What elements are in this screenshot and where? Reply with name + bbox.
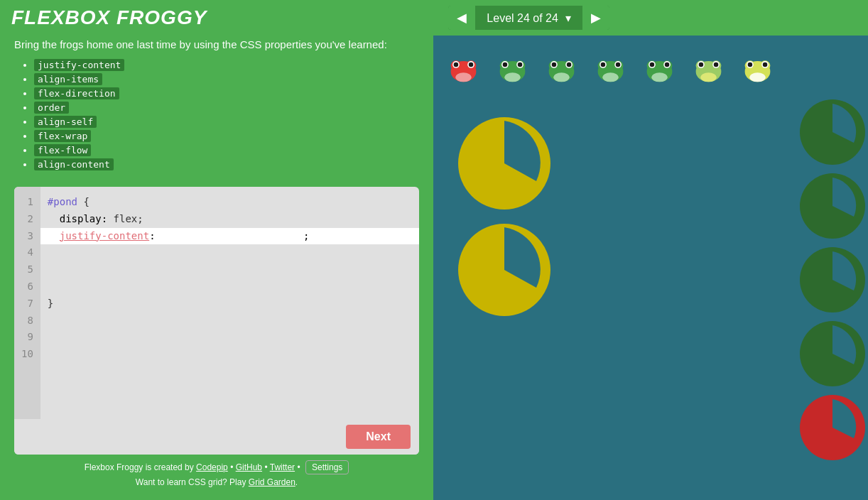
code-line-6 <box>48 278 412 295</box>
code-editor: 12345 678910 #pond { display: flex; ju <box>14 187 419 455</box>
property-label: align-items <box>34 73 102 85</box>
svg-point-7 <box>455 72 472 82</box>
svg-point-46 <box>714 62 719 67</box>
code-line-10 <box>48 346 412 363</box>
prev-level-button[interactable]: ◀ <box>448 6 475 30</box>
svg-point-21 <box>552 62 557 67</box>
property-label: justify-content <box>34 59 124 71</box>
property-label: align-self <box>34 116 97 128</box>
lily-pad-yellow-2 <box>455 220 554 322</box>
code-line-4 <box>48 244 412 261</box>
settings-button[interactable]: Settings <box>305 460 349 474</box>
code-line-7: } <box>48 295 412 312</box>
lily-pads-right <box>797 97 868 463</box>
svg-point-31 <box>602 72 619 82</box>
list-item: justify-content <box>34 59 419 70</box>
svg-point-39 <box>651 72 668 82</box>
svg-point-38 <box>665 62 670 67</box>
frog-green-3 <box>587 40 634 86</box>
list-item: align-content <box>34 158 419 170</box>
grid-garden-link[interactable]: Grid Garden <box>249 477 295 487</box>
frog-red <box>440 40 487 86</box>
list-item: flex-direction <box>34 87 419 99</box>
made-by-text: Flexbox Froggy is created by <box>85 462 194 472</box>
svg-point-53 <box>748 62 753 67</box>
dropdown-arrow[interactable]: ▾ <box>565 12 571 24</box>
codepip-link[interactable]: Codepip <box>196 462 228 472</box>
code-content: #pond { display: flex; justify-content :… <box>40 187 419 419</box>
code-line-2: display: flex; <box>48 211 412 228</box>
level-navigator: ◀ Level 24 of 24 ▾ ▶ <box>448 6 609 30</box>
svg-point-13 <box>503 62 508 67</box>
list-item: flex-flow <box>34 144 419 156</box>
svg-point-55 <box>749 72 766 82</box>
code-line-8 <box>48 312 412 330</box>
svg-point-14 <box>518 62 523 67</box>
svg-point-45 <box>699 62 704 67</box>
css-properties-list: justify-content align-items flex-directi… <box>14 59 419 173</box>
next-button[interactable]: Next <box>346 425 411 449</box>
footer-links: Flexbox Froggy is created by Codepip • G… <box>14 455 419 477</box>
code-line-3: justify-content : ; <box>40 228 419 245</box>
level-text: Level 24 of 24 <box>487 12 558 24</box>
css-value-input[interactable] <box>161 228 303 245</box>
code-line-1: #pond { <box>48 194 412 211</box>
lily-pad-red <box>797 392 868 463</box>
frogs-top-row <box>433 36 868 86</box>
svg-point-22 <box>567 62 572 67</box>
property-label: order <box>34 102 69 114</box>
frog-yellow <box>734 40 781 86</box>
line-numbers: 12345 678910 <box>14 187 40 419</box>
svg-point-29 <box>601 62 606 67</box>
twitter-link[interactable]: Twitter <box>270 462 295 472</box>
github-link[interactable]: GitHub <box>236 462 262 472</box>
list-item: order <box>34 102 419 113</box>
code-line-5 <box>48 261 412 278</box>
app-logo: Flexbox Froggy <box>11 6 207 29</box>
pond-panel <box>433 36 868 500</box>
svg-point-54 <box>763 62 768 67</box>
frog-green-2 <box>538 40 585 86</box>
svg-point-23 <box>553 72 570 82</box>
svg-point-30 <box>616 62 621 67</box>
next-level-button[interactable]: ▶ <box>582 6 609 30</box>
property-label: align-content <box>34 158 114 170</box>
list-item: align-items <box>34 73 419 85</box>
frog-green-1 <box>489 40 536 86</box>
selector: #pond <box>48 194 77 211</box>
frog-yellow-green <box>685 40 732 86</box>
frog-green-4 <box>636 40 683 86</box>
footer-bottom: Want to learn CSS grid? Play Grid Garden… <box>14 477 419 493</box>
svg-point-15 <box>504 72 521 82</box>
svg-point-47 <box>700 72 717 82</box>
instructions-text: Bring the frogs home one last time by us… <box>14 38 419 50</box>
code-line-9 <box>48 329 412 346</box>
lily-pad-4 <box>797 318 868 389</box>
lily-pad-3 <box>797 244 868 315</box>
learn-grid-text: Want to learn CSS grid? Play <box>136 477 246 487</box>
level-label: Level 24 of 24 ▾ <box>475 7 582 29</box>
svg-point-5 <box>454 62 459 67</box>
lily-pad-yellow-1 <box>455 114 554 216</box>
lily-pad-2 <box>797 170 868 241</box>
list-item: align-self <box>34 116 419 127</box>
property-name: justify-content <box>60 228 149 245</box>
svg-point-6 <box>469 62 474 67</box>
property-label: flex-wrap <box>34 130 91 142</box>
svg-point-37 <box>650 62 655 67</box>
lily-pad-1 <box>797 97 868 168</box>
property-label: flex-flow <box>34 144 91 156</box>
list-item: flex-wrap <box>34 130 419 141</box>
property-label: flex-direction <box>34 87 119 99</box>
